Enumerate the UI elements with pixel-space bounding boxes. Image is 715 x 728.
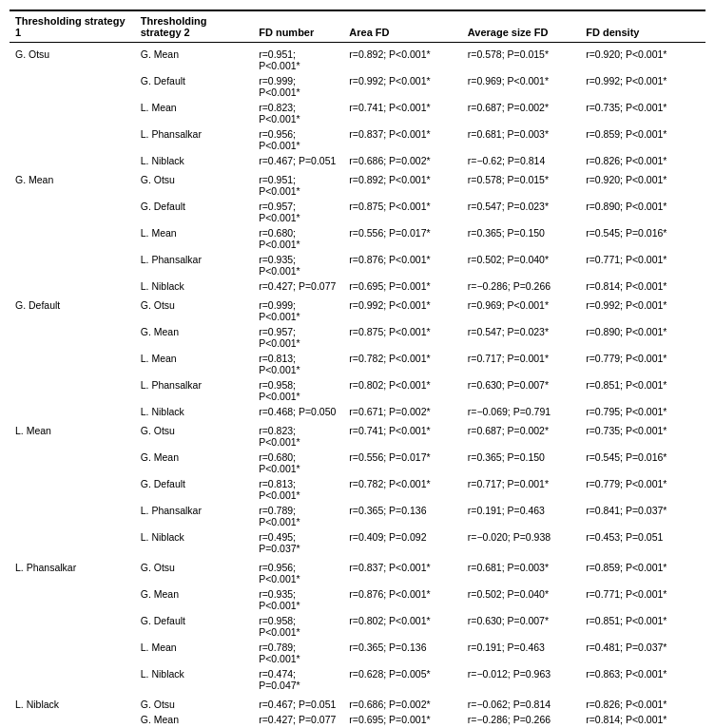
data-table: Thresholding strategy 1 Thresholding str… [10,10,705,728]
cell-avg: r=0.502; P=0.040* [462,252,580,278]
cell-fd: r=0.999; P<0.001* [253,294,343,324]
cell-fd: r=0.468; P=0.050 [253,404,343,419]
cell-strat1 [10,278,135,294]
cell-dens: r=0.779; P<0.001* [580,476,705,503]
cell-fd: r=0.823; P<0.001* [253,419,343,450]
cell-dens: r=0.863; P<0.001* [580,666,705,693]
cell-dens: r=0.735; P<0.001* [580,419,705,450]
cell-strat2: G. Otsu [135,556,253,586]
cell-avg: r=0.717; P=0.001* [462,476,580,503]
cell-avg: r=0.191; P=0.463 [462,503,580,529]
header-fd: FD number [253,10,343,43]
cell-strat1 [10,613,135,640]
cell-fd: r=0.467; P=0.051 [253,153,343,168]
cell-dens: r=0.890; P<0.001* [580,324,705,351]
table-row: L. Phansalkarr=0.789; P<0.001*r=0.365; P… [10,503,705,529]
cell-avg: r=0.191; P=0.463 [462,640,580,666]
cell-strat2: L. Niblack [135,529,253,556]
cell-fd: r=0.495; P=0.037* [253,529,343,556]
cell-area: r=0.837; P<0.001* [343,556,461,586]
cell-area: r=0.686; P=0.002* [343,153,461,168]
cell-strat1 [10,225,135,252]
cell-dens: r=0.992; P<0.001* [580,294,705,324]
cell-area: r=0.992; P<0.001* [343,294,461,324]
cell-area: r=0.741; P<0.001* [343,100,461,126]
cell-area: r=0.837; P<0.001* [343,126,461,153]
cell-avg: r=0.547; P=0.023* [462,324,580,351]
cell-strat2: G. Mean [135,712,253,727]
cell-dens: r=0.771; P<0.001* [580,252,705,278]
cell-strat2: L. Phansalkar [135,503,253,529]
cell-area: r=0.695; P=0.001* [343,712,461,727]
table-row: L. Phansalkarr=0.958; P<0.001*r=0.802; P… [10,377,705,404]
table-row: L. Niblackr=0.474; P=0.047*r=0.628; P=0.… [10,666,705,693]
cell-strat2: G. Mean [135,43,253,74]
cell-dens: r=0.453; P=0.051 [580,529,705,556]
cell-strat2: G. Mean [135,450,253,476]
cell-fd: r=0.823; P<0.001* [253,100,343,126]
cell-strat2: L. Phansalkar [135,252,253,278]
cell-strat2: G. Otsu [135,419,253,450]
cell-strat2: G. Otsu [135,168,253,199]
cell-dens: r=0.814; P<0.001* [580,278,705,294]
cell-strat2: L. Phansalkar [135,126,253,153]
cell-area: r=0.686; P=0.002* [343,693,461,712]
cell-area: r=0.671; P=0.002* [343,404,461,419]
cell-strat2: L. Niblack [135,278,253,294]
cell-strat1 [10,324,135,351]
cell-avg: r=−0.286; P=0.266 [462,278,580,294]
header-dens: FD density [580,10,705,43]
table-row: L. Meanr=0.823; P<0.001*r=0.741; P<0.001… [10,100,705,126]
cell-area: r=0.365; P=0.136 [343,640,461,666]
cell-fd: r=0.999; P<0.001* [253,73,343,100]
table-row: L. Niblackr=0.427; P=0.077r=0.695; P=0.0… [10,278,705,294]
cell-avg: r=0.365; P=0.150 [462,225,580,252]
cell-avg: r=−0.069; P=0.791 [462,404,580,419]
cell-area: r=0.741; P<0.001* [343,419,461,450]
cell-strat1 [10,476,135,503]
cell-area: r=0.695; P=0.001* [343,278,461,294]
cell-strat1: L. Mean [10,419,135,450]
cell-area: r=0.556; P=0.017* [343,450,461,476]
cell-avg: r=0.969; P<0.001* [462,73,580,100]
cell-dens: r=0.779; P<0.001* [580,351,705,377]
cell-area: r=0.802; P<0.001* [343,377,461,404]
cell-fd: r=0.789; P<0.001* [253,640,343,666]
cell-fd: r=0.427; P=0.077 [253,712,343,727]
cell-strat1 [10,351,135,377]
cell-avg: r=0.365; P=0.150 [462,450,580,476]
table-row: L. Meanr=0.789; P<0.001*r=0.365; P=0.136… [10,640,705,666]
cell-strat2: L. Niblack [135,153,253,168]
cell-strat2: G. Default [135,73,253,100]
table-row: L. Niblackr=0.495; P=0.037*r=0.409; P=0.… [10,529,705,556]
table-row: L. NiblackG. Otsur=0.467; P=0.051r=0.686… [10,693,705,712]
cell-area: r=0.556; P=0.017* [343,225,461,252]
cell-strat2: G. Default [135,613,253,640]
cell-fd: r=0.958; P<0.001* [253,377,343,404]
cell-strat2: G. Otsu [135,693,253,712]
header-strat2: Thresholding strategy 2 [135,10,253,43]
header-strat1: Thresholding strategy 1 [10,10,135,43]
cell-avg: r=0.502; P=0.040* [462,586,580,613]
cell-strat1: G. Otsu [10,43,135,74]
cell-fd: r=0.680; P<0.001* [253,225,343,252]
cell-avg: r=0.547; P=0.023* [462,199,580,225]
cell-avg: r=0.630; P=0.007* [462,377,580,404]
cell-avg: r=0.630; P=0.007* [462,613,580,640]
cell-dens: r=0.992; P<0.001* [580,73,705,100]
header-area: Area FD [343,10,461,43]
cell-dens: r=0.826; P<0.001* [580,693,705,712]
cell-area: r=0.892; P<0.001* [343,168,461,199]
cell-strat1 [10,404,135,419]
table-row: G. Defaultr=0.958; P<0.001*r=0.802; P<0.… [10,613,705,640]
cell-strat1 [10,73,135,100]
table-row: G. OtsuG. Meanr=0.951; P<0.001*r=0.892; … [10,43,705,74]
cell-fd: r=0.467; P=0.051 [253,693,343,712]
table-row: G. Defaultr=0.813; P<0.001*r=0.782; P<0.… [10,476,705,503]
cell-avg: r=0.578; P=0.015* [462,168,580,199]
cell-fd: r=0.680; P<0.001* [253,450,343,476]
cell-dens: r=0.890; P<0.001* [580,199,705,225]
cell-strat1: G. Default [10,294,135,324]
cell-area: r=0.628; P=0.005* [343,666,461,693]
cell-strat1 [10,640,135,666]
